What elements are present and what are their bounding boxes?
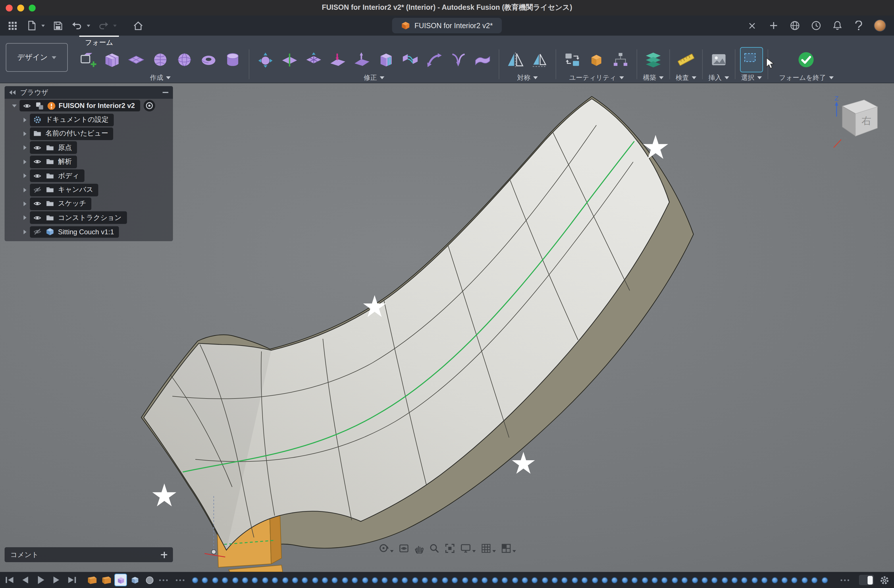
undo-menu-caret-icon[interactable] (87, 24, 90, 27)
visibility-toggle-icon[interactable] (33, 171, 42, 180)
timeline-marker[interactable] (492, 577, 498, 583)
browser-header[interactable]: ブラウザ (5, 86, 173, 99)
timeline-marker[interactable] (382, 577, 388, 583)
file-menu-caret-icon[interactable] (41, 24, 45, 27)
timeline-marker[interactable] (292, 577, 298, 583)
timeline-marker[interactable] (572, 577, 578, 583)
timeline-marker[interactable] (522, 577, 528, 583)
grid-display-icon[interactable] (481, 543, 496, 553)
timeline-marker[interactable] (412, 577, 418, 583)
timeline-marker[interactable] (592, 577, 598, 583)
fit-icon[interactable] (445, 543, 455, 553)
redo-menu-caret-icon[interactable] (113, 24, 117, 27)
timeline-marker[interactable] (262, 577, 268, 583)
subdivide-icon[interactable] (303, 48, 325, 72)
timeline-marker[interactable] (731, 577, 738, 583)
expand-chevron-icon[interactable] (23, 131, 26, 136)
expand-chevron-icon[interactable] (23, 229, 26, 234)
timeline-marker[interactable] (771, 577, 778, 583)
convert-icon[interactable] (610, 48, 631, 72)
document-tab[interactable]: FUISON for Interior2 v2* (392, 18, 502, 33)
finish-form-group-label[interactable]: フォームを終了 (779, 73, 834, 83)
collapse-panel-icon[interactable] (9, 90, 15, 95)
browser-tree-item[interactable]: キャンバス (5, 183, 173, 197)
timeline-marker[interactable] (402, 577, 408, 583)
orbit-caret-icon[interactable] (390, 550, 394, 552)
timeline-marker[interactable] (622, 577, 628, 583)
timeline-marker[interactable] (422, 577, 428, 583)
activate-component-radio[interactable] (143, 100, 155, 112)
timeline-marker[interactable] (462, 577, 468, 583)
edit-form-icon[interactable] (255, 48, 276, 72)
apps-grid-icon[interactable] (7, 20, 18, 31)
timeline-marker[interactable] (681, 577, 688, 583)
orbit-icon[interactable] (378, 543, 394, 553)
box-from-sketch-icon[interactable] (77, 48, 99, 72)
browser-tree-item[interactable]: 名前の付いたビュー (5, 127, 173, 141)
expand-chevron-icon[interactable] (23, 216, 26, 220)
expand-chevron-icon[interactable] (23, 146, 26, 150)
timeline-marker[interactable] (601, 577, 608, 583)
undo-icon[interactable] (71, 20, 83, 31)
browser-tree-item[interactable]: 解析 (5, 155, 173, 169)
timeline-marker[interactable] (501, 577, 508, 583)
view-cube[interactable]: Z 右 (831, 93, 886, 151)
timeline-marker[interactable] (282, 577, 288, 583)
mirror-symmetry-icon[interactable] (504, 48, 526, 72)
repair-body-icon[interactable] (586, 48, 607, 72)
torus-primitive-icon[interactable] (198, 48, 219, 72)
timeline-marker[interactable] (302, 577, 308, 583)
timeline-marker[interactable] (822, 577, 828, 583)
form-feature-active-icon[interactable] (115, 574, 127, 586)
timeline-marker[interactable] (242, 577, 248, 583)
viewports-caret-icon[interactable] (512, 550, 516, 552)
insert-edge-icon[interactable] (279, 48, 301, 72)
timeline-marker[interactable] (372, 577, 378, 583)
timeline-zoom-slider[interactable] (859, 575, 874, 585)
play-button[interactable] (36, 575, 46, 585)
grid-caret-icon[interactable] (492, 550, 496, 552)
timeline-marker[interactable] (232, 577, 238, 583)
skip-to-end-button[interactable] (66, 575, 77, 585)
redo-icon[interactable] (98, 20, 109, 31)
file-icon[interactable] (26, 20, 37, 31)
timeline-marker[interactable] (781, 577, 788, 583)
timeline-marker[interactable] (642, 577, 648, 583)
timeline-marker[interactable] (432, 577, 438, 583)
cylinder-primitive-icon[interactable] (222, 48, 244, 72)
workspace-switcher[interactable]: デザイン (6, 43, 68, 72)
timeline-settings-gear-icon[interactable] (880, 575, 889, 585)
canvas-feature-icon[interactable] (86, 574, 98, 586)
modify-group-label[interactable]: 修正 (364, 73, 384, 83)
add-comment-button[interactable] (161, 552, 167, 558)
crease-icon[interactable] (327, 48, 349, 72)
timeline-marker[interactable] (352, 577, 358, 583)
step-back-button[interactable] (20, 575, 30, 585)
timeline-marker[interactable] (452, 577, 458, 583)
timeline-marker[interactable] (802, 577, 808, 583)
help-icon[interactable] (853, 20, 864, 31)
browser-root-item[interactable]: FUISON for Interior2 v2 (5, 99, 173, 113)
timeline-marker[interactable] (711, 577, 718, 583)
visibility-toggle-icon[interactable] (33, 214, 42, 222)
timeline-marker[interactable] (811, 577, 818, 583)
quadball-primitive-icon[interactable] (150, 48, 171, 72)
inspect-group-label[interactable]: 検査 (676, 73, 696, 83)
browser-tree-item[interactable]: コンストラクション (5, 211, 173, 225)
circular-symmetry-icon[interactable] (529, 48, 550, 72)
timeline-marker[interactable] (581, 577, 588, 583)
comments-bar[interactable]: コメント (5, 547, 173, 562)
job-status-icon[interactable] (810, 20, 822, 31)
close-window-button[interactable] (6, 4, 13, 11)
display-settings-caret-icon[interactable] (472, 550, 476, 552)
timeline-marker[interactable] (322, 577, 328, 583)
timeline-marker[interactable] (661, 577, 668, 583)
smooth-surface-icon[interactable] (472, 48, 494, 72)
box-primitive-icon[interactable] (101, 48, 123, 72)
browser-tree-item[interactable]: Sitting Couch v1:1 (5, 225, 173, 239)
timeline-marker[interactable] (542, 577, 548, 583)
timeline-slider-handle[interactable] (868, 576, 873, 584)
timeline-marker[interactable] (791, 577, 798, 583)
timeline-marker[interactable] (532, 577, 538, 583)
timeline-marker[interactable] (252, 577, 258, 583)
